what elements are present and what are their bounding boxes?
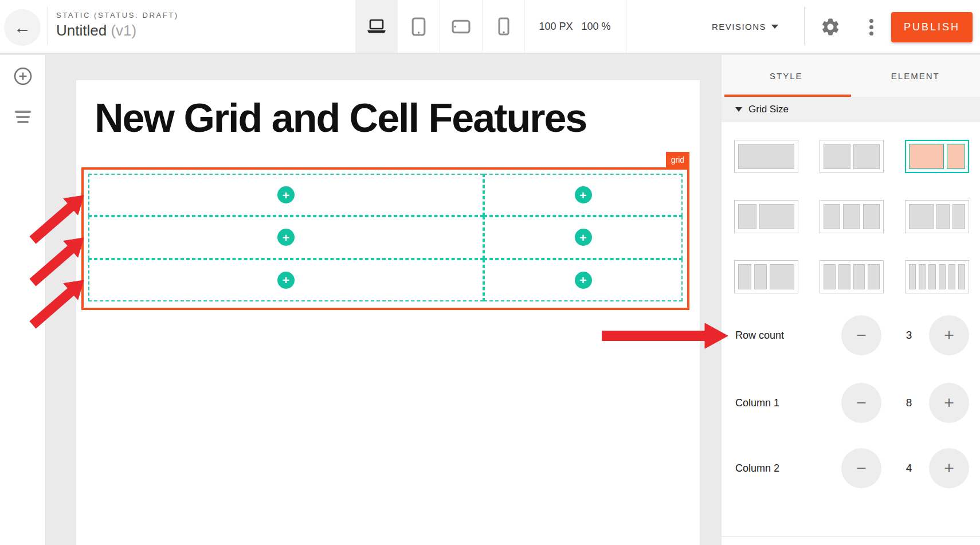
grid-element[interactable]: grid + + + + + + bbox=[81, 167, 689, 310]
column-2-control: Column 2 − 4 + bbox=[722, 448, 980, 488]
device-mobile-button[interactable] bbox=[483, 0, 525, 53]
grid-preset-12[interactable] bbox=[734, 140, 798, 173]
add-content-button[interactable]: + bbox=[277, 272, 295, 289]
preset-cell bbox=[958, 264, 965, 289]
add-content-button[interactable]: + bbox=[575, 272, 592, 289]
row-count-label: Row count bbox=[735, 330, 784, 342]
add-content-button[interactable]: + bbox=[277, 186, 295, 203]
laptop-icon bbox=[366, 18, 387, 35]
preset-cell bbox=[838, 264, 850, 289]
row-count-value: 3 bbox=[906, 329, 912, 342]
grid-preset-4-8[interactable] bbox=[734, 200, 798, 233]
divider bbox=[626, 0, 626, 53]
preset-cell bbox=[843, 204, 860, 229]
column-1-value: 8 bbox=[906, 397, 912, 409]
more-options-button[interactable] bbox=[860, 15, 883, 38]
tablet-landscape-icon bbox=[452, 19, 471, 34]
top-toolbar: ← STATIC (STATUS: DRAFT) Untitled (v1) 1… bbox=[0, 0, 980, 54]
section-title: Grid Size bbox=[748, 104, 789, 115]
grid-cell-r1c2[interactable]: + bbox=[484, 174, 683, 216]
gear-icon bbox=[820, 17, 841, 37]
column-2-decrement-button[interactable]: − bbox=[841, 448, 881, 488]
chevron-down-icon bbox=[771, 25, 778, 29]
version-label: (v1) bbox=[111, 22, 136, 39]
back-button[interactable]: ← bbox=[4, 9, 41, 46]
preset-cell bbox=[948, 264, 955, 289]
column-1-control: Column 1 − 8 + bbox=[722, 383, 980, 423]
grid-cell-r2c1[interactable]: + bbox=[88, 216, 484, 258]
page-heading[interactable]: New Grid and Cell Features bbox=[95, 95, 586, 141]
grid-preset-3-3-6[interactable] bbox=[734, 260, 798, 293]
column-2-value: 4 bbox=[906, 462, 912, 475]
navigator-button[interactable] bbox=[15, 111, 31, 123]
column-1-increment-button[interactable]: + bbox=[929, 383, 969, 423]
preset-cell bbox=[824, 204, 840, 229]
row-count-control: Row count − 3 + bbox=[722, 315, 980, 355]
divider bbox=[722, 536, 980, 537]
collapse-caret-icon bbox=[735, 107, 742, 112]
grid-preset-6-6[interactable] bbox=[820, 140, 884, 173]
preset-cell bbox=[936, 204, 950, 229]
device-desktop-button[interactable] bbox=[355, 0, 398, 53]
grid-cell-r3c2[interactable]: + bbox=[484, 259, 683, 301]
preset-cell bbox=[939, 264, 946, 289]
add-content-button[interactable]: + bbox=[575, 186, 592, 203]
preset-cell bbox=[853, 144, 880, 169]
grid-preset-6-3-3[interactable] bbox=[905, 200, 969, 233]
preset-cell bbox=[853, 264, 865, 289]
grid-row-1: + + bbox=[88, 174, 683, 216]
preset-cell bbox=[824, 264, 836, 289]
row-count-decrement-button[interactable]: − bbox=[841, 315, 881, 355]
grid-preset-3-3-3-3[interactable] bbox=[820, 260, 884, 293]
device-tablet-button[interactable] bbox=[398, 0, 440, 53]
divider bbox=[48, 7, 48, 45]
grid-preset-list bbox=[734, 140, 969, 293]
column-1-label: Column 1 bbox=[735, 397, 779, 409]
preset-cell bbox=[919, 264, 926, 289]
grid-cell-r1c1[interactable]: + bbox=[88, 174, 484, 216]
device-tablet-landscape-button[interactable] bbox=[440, 0, 483, 53]
kebab-menu-icon bbox=[869, 19, 873, 36]
page-title: Untitled (v1) bbox=[56, 22, 179, 40]
document-title-block: STATIC (STATUS: DRAFT) Untitled (v1) bbox=[56, 11, 179, 40]
row-count-increment-button[interactable]: + bbox=[929, 315, 969, 355]
status-label: STATIC (STATUS: DRAFT) bbox=[56, 11, 179, 19]
preset-cell bbox=[863, 204, 880, 229]
grid-preset-8-4[interactable] bbox=[905, 140, 969, 173]
preset-cell bbox=[759, 204, 794, 229]
column-1-decrement-button[interactable]: − bbox=[841, 383, 881, 423]
publish-button[interactable]: PUBLISH bbox=[891, 12, 973, 42]
zoom-percent-value: 100 % bbox=[582, 21, 611, 33]
preset-cell bbox=[738, 144, 794, 169]
grid-size-section-header[interactable]: Grid Size bbox=[722, 97, 980, 122]
column-2-increment-button[interactable]: + bbox=[929, 448, 969, 488]
device-preview-switcher bbox=[355, 0, 525, 53]
grid-preset-2-2-2-2-2-2[interactable] bbox=[905, 260, 969, 293]
canvas-width-value: 100 PX bbox=[539, 21, 573, 33]
grid-cell-r3c1[interactable]: + bbox=[88, 259, 484, 301]
style-panel: STYLE ELEMENT Grid Size Row count − 3 + … bbox=[722, 55, 980, 545]
column-2-label: Column 2 bbox=[735, 462, 779, 475]
preset-cell bbox=[928, 264, 935, 289]
plus-circle-icon bbox=[13, 66, 33, 86]
back-arrow-icon: ← bbox=[14, 18, 31, 37]
add-content-button[interactable]: + bbox=[277, 229, 295, 246]
tab-style[interactable]: STYLE bbox=[722, 55, 851, 97]
grid-row-3: + + bbox=[88, 259, 683, 301]
add-element-button[interactable] bbox=[13, 66, 33, 88]
panel-tabs: STYLE ELEMENT bbox=[722, 55, 980, 97]
element-list-icon bbox=[15, 111, 31, 123]
grid-row-2: + + bbox=[88, 216, 683, 258]
mobile-icon bbox=[498, 17, 509, 36]
revisions-dropdown[interactable]: REVISIONS bbox=[685, 0, 805, 53]
tablet-icon bbox=[411, 17, 426, 36]
grid-preset-4-4-4[interactable] bbox=[820, 200, 884, 233]
preset-cell bbox=[738, 264, 751, 289]
editor-left-sidebar bbox=[0, 55, 46, 545]
grid-cell-r2c2[interactable]: + bbox=[484, 216, 683, 258]
settings-button[interactable] bbox=[819, 15, 842, 38]
preset-cell bbox=[770, 264, 794, 289]
add-content-button[interactable]: + bbox=[575, 229, 592, 246]
grid-element-badge: grid bbox=[666, 152, 689, 167]
tab-element[interactable]: ELEMENT bbox=[851, 55, 980, 97]
